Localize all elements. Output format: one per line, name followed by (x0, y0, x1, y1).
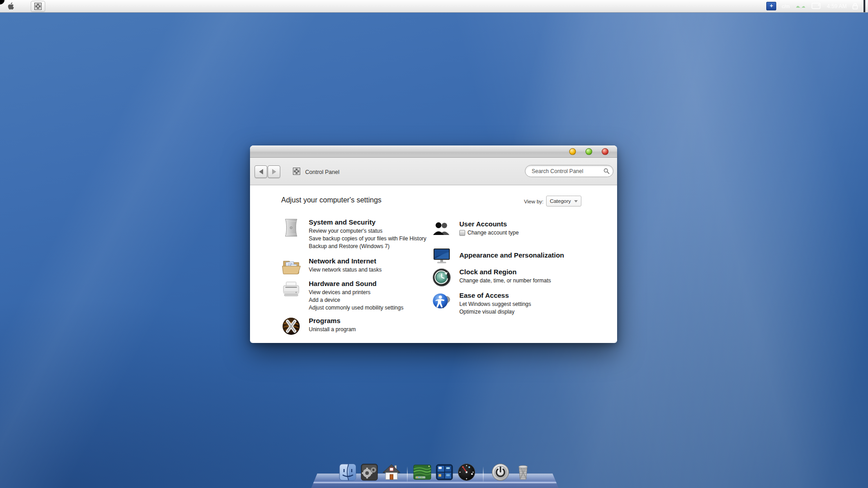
window-content: Adjust your computer's settings View by:… (250, 185, 617, 343)
view-by-label: View by: (524, 199, 543, 204)
task-link[interactable]: Change date, time, or number formats (459, 277, 551, 285)
dashboard-icon[interactable] (457, 463, 476, 482)
task-link[interactable]: Save backup copies of your files with Fi… (309, 235, 426, 243)
clock-history-icon[interactable] (432, 267, 452, 287)
screen-edge-notch (863, 0, 865, 12)
category-title-link[interactable]: Clock and Region (459, 267, 551, 276)
monitor-icon[interactable] (432, 245, 452, 265)
users-icon[interactable] (432, 220, 452, 239)
task-link[interactable]: Add a device (309, 296, 403, 304)
power-icon[interactable] (491, 463, 510, 482)
apple-icon (7, 2, 14, 10)
back-arrow-icon (259, 169, 263, 174)
home-icon[interactable] (382, 463, 401, 482)
task-link[interactable]: Change account type (459, 229, 519, 237)
lock-icon[interactable] (852, 3, 858, 9)
category-user-accounts: User Accounts Change account type (432, 220, 519, 239)
task-link[interactable]: View network status and tasks (309, 266, 382, 274)
category-system-and-security: System and Security Review your computer… (281, 218, 426, 250)
category-ease-of-access: Ease of Access Let Windows suggest setti… (432, 291, 531, 316)
view-by-dropdown[interactable]: Category (546, 196, 581, 206)
task-link[interactable]: Backup and Restore (Windows 7) (309, 243, 426, 250)
category-title-link[interactable]: User Accounts (459, 220, 519, 228)
accessibility-icon[interactable] (432, 291, 452, 311)
window-toolbar: Control Panel (250, 158, 617, 185)
category-title-link[interactable]: Hardware and Sound (309, 279, 403, 288)
category-title-link[interactable]: System and Security (309, 218, 426, 226)
close-button[interactable] (602, 148, 609, 155)
menu-extras: + c/m 4:59 AM (766, 0, 868, 12)
task-link[interactable]: View devices and printers (309, 289, 403, 296)
mac-tower-icon[interactable] (281, 218, 301, 238)
forward-button[interactable] (268, 165, 280, 178)
dock-separator (407, 466, 408, 482)
window-titlebar[interactable] (250, 145, 617, 158)
active-app-menu-button[interactable] (31, 1, 45, 12)
back-button[interactable] (255, 165, 267, 178)
menu-clock[interactable]: 4:59 AM (827, 3, 847, 9)
finder-icon[interactable] (338, 463, 357, 482)
zoom-button[interactable] (585, 148, 592, 155)
chevron-down-icon (574, 200, 578, 202)
minimize-button[interactable] (569, 148, 576, 155)
breadcrumb[interactable]: Control Panel (305, 169, 340, 175)
task-link[interactable]: Let Windows suggest settings (459, 300, 531, 308)
desktop-preview-icon[interactable] (413, 463, 432, 482)
system-preferences-icon[interactable] (360, 463, 379, 482)
trash-icon[interactable] (514, 463, 533, 482)
page-title: Adjust your computer's settings (281, 196, 382, 204)
add-icon[interactable]: + (766, 2, 776, 10)
category-appearance-and-personalization: Appearance and Personalization (432, 245, 564, 265)
desktop-wallpaper: + c/m 4:59 AM (0, 0, 868, 488)
osx-sphere-icon[interactable] (281, 316, 301, 336)
view-by-value: Category (550, 198, 571, 204)
display-menu-icon[interactable] (811, 3, 821, 9)
network-status-icon[interactable] (795, 4, 806, 9)
location-icon (293, 168, 300, 177)
category-title-link[interactable]: Appearance and Personalization (459, 251, 564, 259)
task-link[interactable]: Adjust commonly used mobility settings (309, 304, 403, 312)
category-network-and-internet: Network and Internet View network status… (281, 257, 382, 277)
task-link[interactable]: Optimize visual display (459, 308, 531, 316)
category-title-link[interactable]: Ease of Access (459, 291, 531, 300)
task-link[interactable]: Uninstall a program (309, 326, 356, 333)
control-panel-window: Control Panel Adjust your computer's set… (250, 145, 617, 343)
generic-app-icon (34, 3, 42, 10)
account-badge-icon (459, 230, 465, 236)
search-box[interactable] (525, 165, 613, 177)
category-clock-and-region: Clock and Region Change date, time, or n… (432, 267, 551, 287)
task-link[interactable]: Review your computer's status (309, 227, 426, 235)
input-indicator[interactable]: c/m (782, 4, 790, 9)
category-title-link[interactable]: Network and Internet (309, 257, 382, 265)
folder-documents-icon[interactable] (281, 257, 301, 277)
forward-arrow-icon (272, 169, 276, 174)
search-input[interactable] (531, 168, 604, 175)
category-hardware-and-sound: Hardware and Sound View devices and prin… (281, 279, 403, 312)
category-programs: Programs Uninstall a program (281, 316, 356, 336)
search-icon[interactable] (604, 168, 609, 174)
category-title-link[interactable]: Programs (309, 316, 356, 325)
printer-icon[interactable] (281, 279, 301, 299)
menu-bar: + c/m 4:59 AM (0, 0, 868, 13)
spaces-icon[interactable] (435, 463, 454, 482)
dock-separator (483, 466, 484, 482)
generic-app-icon (293, 168, 300, 175)
